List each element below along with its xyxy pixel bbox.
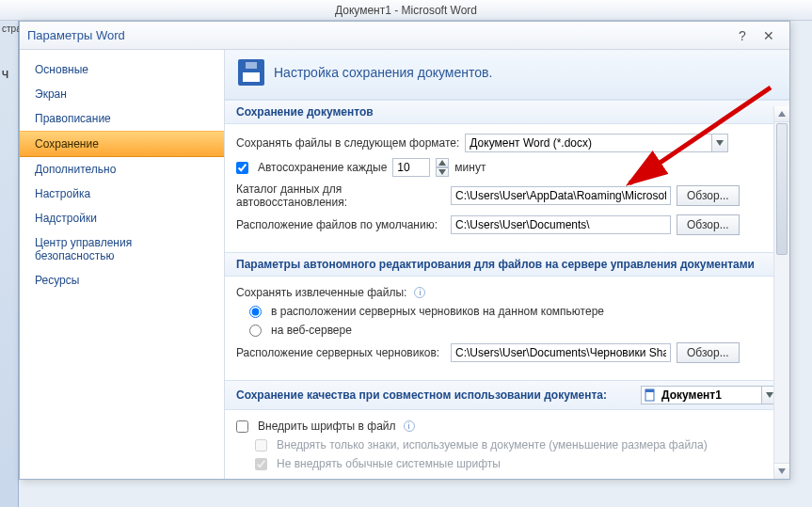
autorecover-path[interactable] bbox=[451, 186, 671, 205]
document-icon bbox=[641, 386, 658, 404]
drafts-server-radio[interactable] bbox=[249, 325, 262, 337]
close-button[interactable]: ✕ bbox=[756, 28, 782, 43]
server-drafts-browse-button[interactable]: Обзор... bbox=[677, 342, 740, 363]
save-icon bbox=[238, 59, 264, 86]
no-system-fonts-checkbox bbox=[255, 458, 267, 470]
embed-used-only-label: Внедрять только знаки, используемые в до… bbox=[277, 438, 708, 452]
autosave-unit: минут bbox=[454, 161, 486, 174]
drafts-local-radio[interactable] bbox=[249, 306, 262, 318]
sidebar-item-proofing[interactable]: Правописание bbox=[20, 106, 224, 131]
sidebar-item-general[interactable]: Основные bbox=[20, 57, 224, 82]
options-sidebar: Основные Экран Правописание Сохранение Д… bbox=[20, 50, 225, 479]
scroll-thumb[interactable] bbox=[776, 123, 788, 255]
no-system-fonts-label: Не внедрять обычные системные шрифты bbox=[277, 457, 501, 470]
server-drafts-path[interactable] bbox=[451, 343, 671, 362]
embed-fonts-checkbox[interactable] bbox=[236, 420, 248, 433]
embed-used-only-checkbox bbox=[255, 439, 267, 452]
help-button[interactable]: ? bbox=[729, 28, 756, 43]
drafts-local-label: в расположении серверных черновиков на д… bbox=[271, 305, 604, 318]
vertical-scrollbar[interactable] bbox=[773, 106, 789, 479]
autosave-label: Автосохранение каждые bbox=[258, 161, 387, 174]
help-icon[interactable]: i bbox=[414, 287, 425, 298]
options-dialog: Параметры Word ? ✕ Основные Экран Правоп… bbox=[19, 21, 790, 480]
options-main: Настройка сохранения документов. Сохране… bbox=[225, 50, 789, 479]
target-document-value[interactable] bbox=[658, 386, 761, 404]
default-location-label: Расположение файлов по умолчанию: bbox=[236, 218, 445, 231]
autorecover-label: Каталог данных для автовосстановления: bbox=[236, 182, 445, 209]
default-location-path[interactable] bbox=[451, 215, 671, 234]
spinner-up-icon[interactable] bbox=[436, 158, 449, 167]
sidebar-item-advanced[interactable]: Дополнительно bbox=[20, 157, 224, 182]
autorecover-browse-button[interactable]: Обзор... bbox=[677, 185, 740, 206]
section-offline-title: Параметры автономного редактирования для… bbox=[225, 252, 789, 277]
sidebar-item-save[interactable]: Сохранение bbox=[20, 131, 224, 157]
autosave-minutes[interactable] bbox=[392, 158, 430, 177]
dialog-titlebar[interactable]: Параметры Word ? ✕ bbox=[20, 22, 789, 50]
autosave-checkbox[interactable] bbox=[236, 162, 248, 174]
sidebar-item-trustcenter[interactable]: Центр управления безопасностью bbox=[20, 230, 224, 268]
page-heading: Настройка сохранения документов. bbox=[274, 65, 492, 80]
target-document-combo[interactable] bbox=[641, 386, 778, 404]
sidebar-item-customize[interactable]: Настройка bbox=[20, 182, 224, 206]
sidebar-item-resources[interactable]: Ресурсы bbox=[20, 268, 224, 293]
sidebar-item-display[interactable]: Экран bbox=[20, 82, 224, 106]
section-font-quality-title: Сохранение качества при совместном испол… bbox=[225, 380, 789, 410]
format-value[interactable] bbox=[465, 134, 711, 152]
server-drafts-label: Расположение серверных черновиков: bbox=[236, 346, 445, 359]
app-titlebar: Документ1 - Microsoft Word bbox=[0, 0, 812, 21]
scroll-up-icon[interactable] bbox=[774, 106, 789, 122]
drafts-server-label: на веб-сервере bbox=[271, 324, 352, 337]
help-icon[interactable]: i bbox=[404, 420, 415, 432]
scroll-down-icon[interactable] bbox=[774, 463, 789, 479]
default-location-browse-button[interactable]: Обзор... bbox=[677, 214, 740, 235]
dialog-title: Параметры Word bbox=[27, 28, 729, 42]
section-save-docs-title: Сохранение документов bbox=[225, 100, 789, 124]
ribbon-strip: стра Ч bbox=[0, 21, 19, 507]
embed-fonts-label: Внедрить шрифты в файл bbox=[258, 420, 396, 433]
svg-rect-1 bbox=[645, 389, 654, 392]
sidebar-item-addins[interactable]: Надстройки bbox=[20, 206, 224, 230]
format-label: Сохранять файлы в следующем формате: bbox=[236, 136, 459, 150]
spinner-down-icon[interactable] bbox=[436, 167, 449, 177]
chevron-down-icon[interactable] bbox=[711, 134, 728, 152]
app-title: Документ1 - Microsoft Word bbox=[335, 4, 477, 17]
save-checked-label: Сохранять извлеченные файлы: bbox=[236, 286, 406, 299]
format-combo[interactable] bbox=[465, 134, 728, 152]
